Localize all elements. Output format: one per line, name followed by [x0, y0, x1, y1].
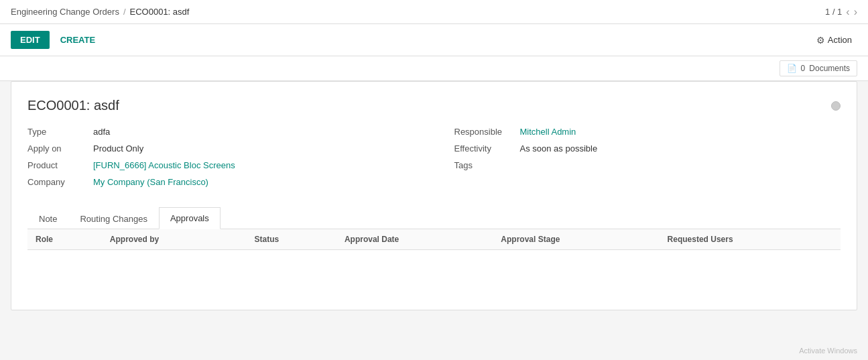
document-icon: 📄 — [787, 64, 797, 73]
documents-button[interactable]: 📄 0 Documents — [780, 60, 857, 76]
approvals-table-wrapper: Role Approved by Status Approval Date Ap… — [27, 229, 841, 310]
main-content: ECO0001: asdf Type adfa Apply on Product… — [0, 81, 868, 321]
form-left-column: Type adfa Apply on Product Only Product … — [27, 127, 414, 194]
tags-label: Tags — [454, 160, 515, 170]
product-value-link[interactable]: [FURN_6666] Acoustic Bloc Screens — [93, 160, 235, 170]
company-label: Company — [27, 177, 88, 187]
documents-area: 📄 0 Documents — [0, 56, 868, 81]
status-indicator — [831, 101, 841, 111]
apply-on-label: Apply on — [27, 143, 88, 154]
apply-on-value: Product Only — [93, 143, 143, 154]
pagination-text: 1 / 1 — [825, 7, 842, 17]
col-approval-stage: Approval Stage — [493, 229, 659, 250]
nav-prev-icon[interactable]: ‹ — [846, 6, 849, 18]
field-product: Product [FURN_6666] Acoustic Bloc Screen… — [27, 160, 414, 170]
product-label: Product — [27, 160, 88, 170]
pagination-area: 1 / 1 ‹ › — [825, 6, 857, 18]
breadcrumb-bar: Engineering Change Orders / ECO0001: asd… — [0, 0, 868, 24]
col-role: Role — [27, 229, 102, 250]
field-type: Type adfa — [27, 127, 414, 137]
field-company: Company My Company (San Francisco) — [27, 177, 414, 187]
tabs-container: Note Routing Changes Approvals — [27, 207, 841, 229]
field-apply-on: Apply on Product Only — [27, 143, 414, 154]
edit-button[interactable]: EDIT — [11, 31, 50, 49]
field-responsible: Responsible Mitchell Admin — [454, 127, 841, 137]
table-header: Role Approved by Status Approval Date Ap… — [27, 229, 841, 250]
tab-note[interactable]: Note — [27, 207, 68, 229]
action-toolbar: EDIT CREATE ⚙ Action — [0, 24, 868, 56]
nav-next-icon[interactable]: › — [854, 6, 857, 18]
field-tags: Tags — [454, 160, 841, 170]
action-button[interactable]: ⚙ Action — [811, 32, 857, 48]
col-approval-date: Approval Date — [336, 229, 493, 250]
company-value-link[interactable]: My Company (San Francisco) — [93, 177, 208, 187]
col-status: Status — [246, 229, 336, 250]
type-value: adfa — [93, 127, 110, 137]
record-header: ECO0001: asdf — [27, 98, 841, 113]
breadcrumb-current: ECO0001: asdf — [130, 7, 190, 17]
form-section: Type adfa Apply on Product Only Product … — [27, 127, 841, 194]
tab-approvals[interactable]: Approvals — [159, 207, 221, 229]
responsible-label: Responsible — [454, 127, 515, 137]
record-card: ECO0001: asdf Type adfa Apply on Product… — [11, 81, 857, 310]
col-requested-users: Requested Users — [660, 229, 841, 250]
approvals-table: Role Approved by Status Approval Date Ap… — [27, 229, 841, 250]
field-effectivity: Effectivity As soon as possible — [454, 143, 841, 154]
type-label: Type — [27, 127, 88, 137]
create-button[interactable]: CREATE — [55, 31, 101, 49]
breadcrumb-separator: / — [123, 7, 126, 17]
effectivity-value: As soon as possible — [520, 143, 598, 154]
documents-count: 0 — [801, 64, 806, 73]
breadcrumb-parent-link[interactable]: Engineering Change Orders — [11, 7, 119, 17]
form-right-column: Responsible Mitchell Admin Effectivity A… — [454, 127, 841, 194]
record-title: ECO0001: asdf — [27, 98, 119, 113]
tab-routing-changes[interactable]: Routing Changes — [68, 207, 158, 229]
responsible-value-link[interactable]: Mitchell Admin — [520, 127, 576, 137]
documents-label: Documents — [809, 64, 850, 73]
gear-icon: ⚙ — [816, 35, 825, 46]
breadcrumb: Engineering Change Orders / ECO0001: asd… — [11, 7, 189, 17]
action-button-label: Action — [828, 35, 852, 45]
effectivity-label: Effectivity — [454, 143, 515, 154]
col-approved-by: Approved by — [102, 229, 247, 250]
